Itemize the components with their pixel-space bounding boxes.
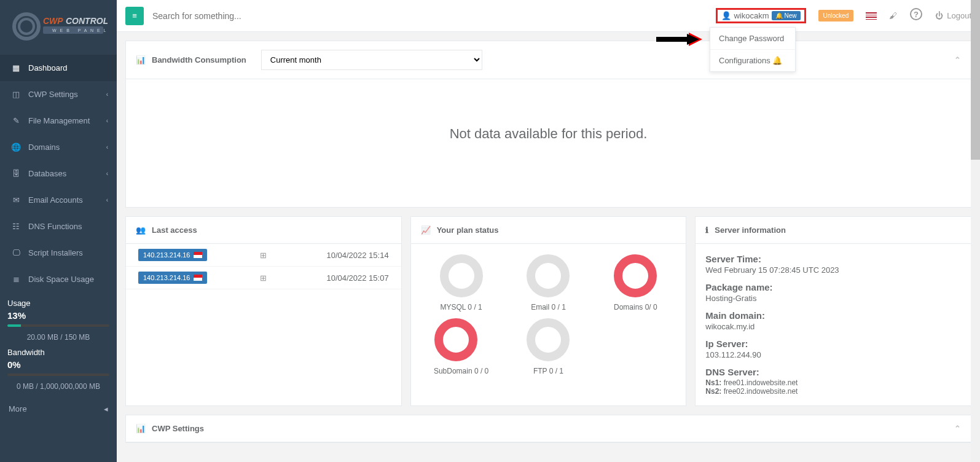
user-name: wikocakm xyxy=(734,11,769,20)
domain-value: wikocak.my.id xyxy=(705,322,961,331)
sidebar-item-label: Databases xyxy=(28,169,66,178)
sidebar-item-cwp-settings[interactable]: ◫ CWP Settings ‹ xyxy=(0,81,117,108)
sidebar-item-disk-space[interactable]: ≣ Disk Space Usage xyxy=(0,266,117,292)
panel-title: CWP Settings xyxy=(152,424,204,433)
usage-bar xyxy=(7,324,109,327)
svg-point-15 xyxy=(531,323,565,357)
logo: CWP CONTROL W E B P A N E L xyxy=(0,0,117,55)
dashboard-icon: ▦ xyxy=(11,63,21,72)
edit-icon: ✎ xyxy=(11,116,21,125)
chevron-left-icon: ‹ xyxy=(106,197,108,203)
usage-block: Usage 13% 20.00 MB / 150 MB Bandwidth 0%… xyxy=(0,292,117,397)
user-dropdown: Change Password Configurations 🔔 xyxy=(710,27,796,72)
logout-label: Logout xyxy=(947,11,971,20)
access-date: 10/04/2022 15:07 xyxy=(288,273,389,283)
sidebar-item-label: Script Installers xyxy=(28,248,83,257)
chart-icon: 📊 xyxy=(136,424,146,433)
us-flag-icon[interactable] xyxy=(866,12,877,20)
sidebar-item-label: DNS Functions xyxy=(28,222,82,231)
access-date: 10/04/2022 15:14 xyxy=(288,251,389,260)
sidebar-item-label: File Management xyxy=(28,116,90,125)
windows-icon: ⊞ xyxy=(239,273,288,283)
users-icon: 👥 xyxy=(136,225,146,235)
svg-text:W E B   P A N E L: W E B P A N E L xyxy=(52,28,108,33)
package-value: Hosting-Gratis xyxy=(705,294,961,303)
usage-percent: 13% xyxy=(7,310,109,321)
usage-text: 20.00 MB / 150 MB xyxy=(7,333,109,342)
sidebar: CWP CONTROL W E B P A N E L ▦ Dashboard … xyxy=(0,0,117,462)
user-menu-button[interactable]: 👤 wikocakm 🔔 New xyxy=(716,8,806,23)
sidebar-item-file-management[interactable]: ✎ File Management ‹ xyxy=(0,108,117,134)
dropdown-change-password[interactable]: Change Password xyxy=(710,28,795,50)
chevron-left-icon: ‹ xyxy=(106,144,108,151)
ip-badge[interactable]: 140.213.214.16 xyxy=(138,249,207,261)
chart-icon: ◫ xyxy=(11,90,21,99)
sidebar-item-email-accounts[interactable]: ✉ Email Accounts ‹ xyxy=(0,187,117,213)
chevron-up-icon[interactable]: ⌃ xyxy=(954,55,961,65)
access-row: 140.213.214.16 ⊞ 10/04/2022 15:14 xyxy=(126,244,401,267)
id-flag-icon xyxy=(194,252,202,258)
server-info-panel: ℹ Server information Server Time: Wed Fe… xyxy=(695,216,971,406)
chart-icon: 📈 xyxy=(421,225,431,235)
nav: ▦ Dashboard ◫ CWP Settings ‹ ✎ File Mana… xyxy=(0,55,117,292)
donut-email: Email 0 / 1 xyxy=(526,254,570,311)
no-data-message: Not data available for this period. xyxy=(136,89,961,197)
sidebar-item-databases[interactable]: 🗄 Databases ‹ xyxy=(0,160,117,187)
monitor-icon: 🖵 xyxy=(11,248,21,257)
ip-value: 103.112.244.90 xyxy=(705,350,961,359)
dropdown-configurations[interactable]: Configurations 🔔 xyxy=(710,50,795,71)
access-row: 140.213.214.16 ⊞ 10/04/2022 15:07 xyxy=(126,267,401,289)
bell-icon: 🔔 xyxy=(772,56,782,65)
server-time-label: Server Time: xyxy=(705,254,961,264)
donut-ftp: FTP 0 / 1 xyxy=(526,318,570,375)
sidebar-item-label: Disk Space Usage xyxy=(28,275,94,284)
panel-title: Bandwidth Consumption xyxy=(152,55,246,65)
svg-point-11 xyxy=(444,259,479,293)
plan-status-panel: 📈 Your plan status MYSQL 0 / 1 Email 0 / xyxy=(410,216,687,406)
svg-point-12 xyxy=(531,259,565,293)
bell-icon: 🔔 xyxy=(775,12,783,19)
chevron-left-icon: ‹ xyxy=(106,91,108,98)
id-flag-icon xyxy=(194,275,202,281)
envelope-icon: ✉ xyxy=(11,195,21,205)
svg-point-1 xyxy=(19,19,34,34)
logout-button[interactable]: ⏻ Logout xyxy=(935,11,971,20)
dns-icon: ☷ xyxy=(11,222,21,231)
chevron-up-icon[interactable]: ⌃ xyxy=(954,424,961,433)
search-input[interactable] xyxy=(152,11,324,21)
sidebar-more[interactable]: More ◂ xyxy=(0,397,117,421)
last-access-panel: 👥 Last access 140.213.214.16 ⊞ 10/04/202… xyxy=(125,216,402,406)
more-label: More xyxy=(9,404,27,413)
sidebar-item-label: Dashboard xyxy=(28,63,68,72)
sidebar-item-script-installers[interactable]: 🖵 Script Installers xyxy=(0,240,117,266)
user-icon: 👤 xyxy=(721,11,731,20)
period-select[interactable]: Current month xyxy=(261,50,482,70)
scrollbar[interactable] xyxy=(971,0,980,462)
sidebar-item-dashboard[interactable]: ▦ Dashboard xyxy=(0,55,117,81)
panel-title: Last access xyxy=(152,225,197,235)
server-time-value: Wed February 15 07:28:45 UTC 2023 xyxy=(705,265,961,275)
package-label: Package name: xyxy=(705,282,961,292)
power-icon: ⏻ xyxy=(935,11,943,20)
scrollbar-thumb[interactable] xyxy=(971,0,980,160)
ip-badge[interactable]: 140.213.214.16 xyxy=(138,272,207,284)
menu-toggle-button[interactable]: ≡ xyxy=(125,7,144,25)
globe-icon: 🌐 xyxy=(11,143,21,152)
unlocked-badge[interactable]: Unlocked xyxy=(818,10,854,22)
new-badge: 🔔 New xyxy=(772,11,801,20)
usage-label: Usage xyxy=(7,299,109,308)
svg-point-14 xyxy=(439,323,473,357)
sidebar-item-dns-functions[interactable]: ☷ DNS Functions xyxy=(0,213,117,240)
help-icon[interactable]: ? xyxy=(909,7,923,24)
sidebar-item-label: Email Accounts xyxy=(28,195,83,205)
dns-label: DNS Server: xyxy=(705,367,961,377)
svg-point-13 xyxy=(618,259,653,293)
sidebar-item-domains[interactable]: 🌐 Domains ‹ xyxy=(0,134,117,160)
topbar: ≡ 👤 wikocakm 🔔 New Unlocked 🖌 ? xyxy=(117,0,980,32)
cwp-settings-panel: 📊 CWP Settings ⌃ xyxy=(125,415,971,443)
chart-icon: 📊 xyxy=(136,55,146,65)
chevron-left-icon: ◂ xyxy=(104,404,108,413)
bandwidth-panel: 📊 Bandwidth Consumption Current month ⌃ … xyxy=(125,41,971,208)
brush-icon[interactable]: 🖌 xyxy=(889,11,897,20)
list-icon: ≣ xyxy=(11,275,21,284)
